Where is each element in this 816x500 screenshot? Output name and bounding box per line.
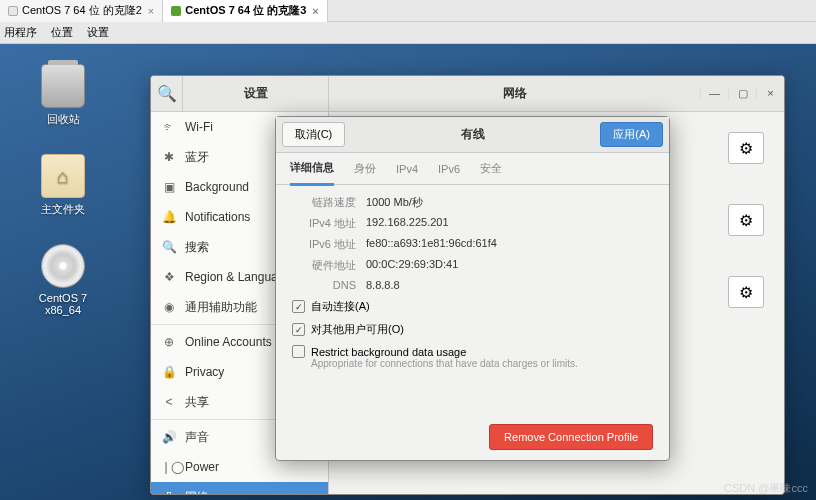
sidebar-item-label: 声音 — [185, 429, 209, 446]
dialog-header: 取消(C) 有线 应用(A) — [276, 117, 669, 153]
connection-dialog: 取消(C) 有线 应用(A) 详细信息 身份 IPv4 IPv6 安全 链路速度… — [275, 116, 670, 461]
label-hw: 硬件地址 — [292, 258, 356, 273]
label-link-speed: 链路速度 — [292, 195, 356, 210]
value-dns: 8.8.8.8 — [366, 279, 400, 291]
value-link-speed: 1000 Mb/秒 — [366, 195, 423, 210]
gear-icon: ⚙ — [739, 139, 753, 158]
cancel-button[interactable]: 取消(C) — [282, 122, 345, 147]
gear-button[interactable]: ⚙ — [728, 276, 764, 308]
menu-item[interactable]: 设置 — [87, 25, 109, 40]
checkbox-auto-connect[interactable]: 自动连接(A) — [292, 299, 653, 314]
wifi-icon: ᯤ — [161, 120, 177, 134]
checkbox-icon — [292, 323, 305, 336]
tab-details[interactable]: 详细信息 — [290, 152, 334, 186]
desktop-icon-disc[interactable]: CentOS 7 x86_64 — [28, 244, 98, 316]
value-ipv6: fe80::a693:1e81:96cd:61f4 — [366, 237, 497, 252]
remove-profile-button[interactable]: Remove Connection Profile — [489, 424, 653, 450]
folder-icon — [41, 154, 85, 198]
checkbox-label: 对其他用户可用(O) — [311, 322, 404, 337]
menu-item[interactable]: 位置 — [51, 25, 73, 40]
search-icon: 🔍 — [157, 84, 177, 103]
power-icon: ❘◯ — [161, 460, 177, 474]
tab-ipv6[interactable]: IPv6 — [438, 155, 460, 183]
vm-tab[interactable]: CentOS 7 64 位 的克隆2 × — [0, 0, 163, 22]
back-title: 设置 — [183, 85, 328, 102]
sidebar-item-label: Background — [185, 180, 249, 194]
region-icon: ❖ — [161, 270, 177, 284]
sidebar-item-label: 搜索 — [185, 239, 209, 256]
label-ipv4: IPv4 地址 — [292, 216, 356, 231]
gear-icon: ⚙ — [739, 283, 753, 302]
sidebar-item-network[interactable]: 🖧网络 — [151, 482, 328, 494]
gear-button[interactable]: ⚙ — [728, 132, 764, 164]
trash-icon — [41, 64, 85, 108]
tab-ipv4[interactable]: IPv4 — [396, 155, 418, 183]
sidebar-item-label: 蓝牙 — [185, 149, 209, 166]
dialog-tabs: 详细信息 身份 IPv4 IPv6 安全 — [276, 153, 669, 185]
value-hw: 00:0C:29:69:3D:41 — [366, 258, 458, 273]
gear-button[interactable]: ⚙ — [728, 204, 764, 236]
checkbox-restrict[interactable]: Restrict background data usage — [292, 345, 653, 358]
checkbox-icon — [292, 345, 305, 358]
tab-identity[interactable]: 身份 — [354, 153, 376, 184]
icon-label: CentOS 7 x86_64 — [28, 292, 98, 316]
checkbox-label: 自动连接(A) — [311, 299, 370, 314]
desktop-icon-home[interactable]: 主文件夹 — [28, 154, 98, 217]
desktop-icon-trash[interactable]: 回收站 — [28, 64, 98, 127]
tab-label: CentOS 7 64 位 的克隆3 — [185, 3, 306, 18]
sidebar-item-label: 共享 — [185, 394, 209, 411]
sidebar-item-label: 网络 — [185, 489, 209, 495]
disc-icon — [41, 244, 85, 288]
vm-tab-bar: CentOS 7 64 位 的克隆2 × CentOS 7 64 位 的克隆3 … — [0, 0, 816, 22]
sidebar-item-label: Online Accounts — [185, 335, 272, 349]
notifications-icon: 🔔 — [161, 210, 177, 224]
bluetooth-icon: ✱ — [161, 150, 177, 164]
online-accounts-icon: ⊕ — [161, 335, 177, 349]
watermark: CSDN @果味ccc — [724, 481, 808, 496]
background-icon: ▣ — [161, 180, 177, 194]
value-ipv4: 192.168.225.201 — [366, 216, 449, 231]
sidebar-item-label: Wi-Fi — [185, 120, 213, 134]
network-icon: 🖧 — [161, 490, 177, 494]
label-ipv6: IPv6 地址 — [292, 237, 356, 252]
apply-button[interactable]: 应用(A) — [600, 122, 663, 147]
settings-header: 🔍 设置 网络 — ▢ × — [151, 76, 784, 112]
checkbox-other-users[interactable]: 对其他用户可用(O) — [292, 322, 653, 337]
sidebar-item-label: 通用辅助功能 — [185, 299, 257, 316]
dialog-body: 链路速度1000 Mb/秒 IPv4 地址192.168.225.201 IPv… — [276, 185, 669, 414]
sidebar-item-label: Notifications — [185, 210, 250, 224]
close-icon[interactable]: × — [312, 5, 318, 17]
sidebar-item-label: Power — [185, 460, 219, 474]
checkbox-icon — [292, 300, 305, 313]
sound-icon: 🔊 — [161, 430, 177, 444]
search-icon: 🔍 — [161, 240, 177, 254]
minimize-button[interactable]: — — [700, 87, 728, 99]
close-button[interactable]: × — [756, 87, 784, 99]
menu-item[interactable]: 用程序 — [4, 25, 37, 40]
vm-tab-active[interactable]: CentOS 7 64 位 的克隆3 × — [163, 0, 327, 22]
close-icon[interactable]: × — [148, 5, 154, 17]
label-dns: DNS — [292, 279, 356, 291]
search-button[interactable]: 🔍 — [151, 76, 183, 111]
privacy-icon: 🔒 — [161, 365, 177, 379]
sidebar-item-label: Privacy — [185, 365, 224, 379]
icon-label: 回收站 — [28, 112, 98, 127]
accessibility-icon: ◉ — [161, 300, 177, 314]
dialog-title: 有线 — [345, 126, 600, 143]
sharing-icon: < — [161, 395, 177, 409]
icon-label: 主文件夹 — [28, 202, 98, 217]
gear-icon: ⚙ — [739, 211, 753, 230]
restrict-hint: Appropriate for connections that have da… — [311, 358, 653, 369]
tab-security[interactable]: 安全 — [480, 153, 502, 184]
page-title: 网络 — [329, 85, 700, 102]
tab-label: CentOS 7 64 位 的克隆2 — [22, 3, 142, 18]
menu-bar: 用程序 位置 设置 — [0, 22, 816, 44]
maximize-button[interactable]: ▢ — [728, 87, 756, 100]
checkbox-label: Restrict background data usage — [311, 346, 466, 358]
